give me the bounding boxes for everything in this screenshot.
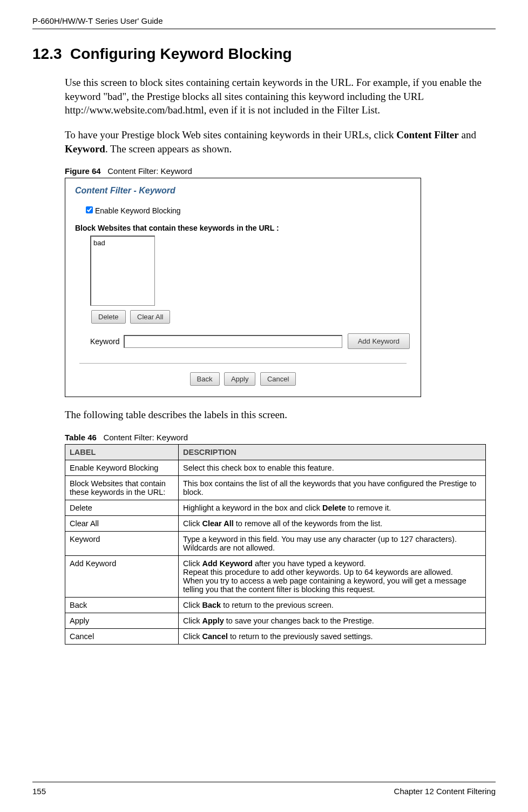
- cell-label: Apply: [65, 613, 179, 628]
- table-row: Delete Highlight a keyword in the box an…: [65, 500, 486, 515]
- table-row: Back Click Back to return to the previou…: [65, 597, 486, 613]
- txt: to remove all of the keywords from the l…: [234, 519, 383, 528]
- keyword-field-label: Keyword: [90, 337, 119, 346]
- delete-button[interactable]: Delete: [91, 310, 126, 324]
- txt: to save your changes back to the Prestig…: [224, 616, 374, 625]
- txt: Click: [183, 559, 202, 568]
- txt: to return to the previous screen.: [221, 601, 334, 609]
- bold: Delete: [322, 504, 346, 512]
- para2-mid: and: [459, 129, 476, 140]
- cell-desc: Select this check box to enable this fea…: [179, 460, 486, 475]
- cell-desc: Click Add Keyword after you have typed a…: [179, 555, 486, 597]
- keyword-input[interactable]: [124, 335, 342, 348]
- cell-label: Delete: [65, 500, 179, 515]
- col-label: LABEL: [65, 444, 179, 460]
- keyword-list-item[interactable]: bad: [93, 239, 105, 247]
- enable-keyword-blocking-row: Enable Keyword Blocking: [86, 206, 411, 215]
- table-row: Cancel Click Cancel to return to the pre…: [65, 628, 486, 644]
- table-label: Table 46: [65, 433, 97, 442]
- txt: Highlight a keyword in the box and click: [183, 504, 322, 512]
- line: Repeat this procedure to add other keywo…: [183, 568, 481, 576]
- para2-pre: To have your Prestige block Web sites co…: [65, 129, 396, 140]
- page-number: 155: [32, 787, 46, 796]
- page-header: P-660H/HW/W-T Series User' Guide: [32, 16, 496, 29]
- divider: [79, 363, 407, 364]
- cell-label: Cancel: [65, 628, 179, 644]
- bold: Apply: [202, 616, 224, 625]
- cell-label: Add Keyword: [65, 555, 179, 597]
- cell-desc: Click Cancel to return to the previously…: [179, 628, 486, 644]
- list-buttons-row: Delete Clear All: [90, 309, 411, 325]
- section-heading: 12.3 Configuring Keyword Blocking: [32, 45, 496, 63]
- cell-desc: Type a keyword in this field. You may us…: [179, 531, 486, 555]
- header-left: P-660H/HW/W-T Series User' Guide: [32, 16, 163, 25]
- cell-desc: Highlight a keyword in the box and click…: [179, 500, 486, 515]
- figure-content-filter-keyword: Content Filter - Keyword Enable Keyword …: [65, 178, 421, 397]
- bold: Cancel: [202, 632, 228, 641]
- enable-keyword-blocking-label: Enable Keyword Blocking: [95, 206, 181, 215]
- cell-label: Back: [65, 597, 179, 613]
- apply-button[interactable]: Apply: [224, 372, 256, 386]
- section-number: 12.3: [32, 45, 62, 62]
- enable-keyword-blocking-checkbox[interactable]: [86, 206, 93, 213]
- cancel-button[interactable]: Cancel: [260, 372, 296, 386]
- table-row: Add Keyword Click Add Keyword after you …: [65, 555, 486, 597]
- txt: Click: [183, 601, 202, 609]
- add-keyword-button[interactable]: Add Keyword: [348, 333, 410, 349]
- figure-caption: Figure 64 Content Filter: Keyword: [65, 166, 496, 176]
- table-caption: Table 46 Content Filter: Keyword: [65, 433, 496, 442]
- cell-label: Keyword: [65, 531, 179, 555]
- cell-desc: Click Back to return to the previous scr…: [179, 597, 486, 613]
- back-button[interactable]: Back: [190, 372, 220, 386]
- clear-all-button[interactable]: Clear All: [130, 310, 170, 324]
- cell-desc: This box contains the list of all the ke…: [179, 475, 486, 500]
- cell-label: Clear All: [65, 515, 179, 531]
- bold: Clear All: [202, 519, 233, 528]
- col-description: DESCRIPTION: [179, 444, 486, 460]
- cell-label: Block Websites that contain these keywor…: [65, 475, 179, 500]
- figure-label: Figure 64: [65, 166, 101, 176]
- paragraph-2: To have your Prestige block Web sites co…: [65, 128, 496, 156]
- txt: Click: [183, 616, 202, 625]
- txt: to return to the previously saved settin…: [228, 632, 373, 641]
- line: When you try to access a web page contai…: [183, 576, 481, 594]
- chapter-title: Chapter 12 Content Filtering: [394, 787, 496, 796]
- bold: Back: [202, 601, 221, 609]
- table-row: Block Websites that contain these keywor…: [65, 475, 486, 500]
- table-caption-text: Content Filter: Keyword: [103, 433, 188, 442]
- keyword-input-row: Keyword Add Keyword: [90, 332, 411, 350]
- paragraph-1: Use this screen to block sites containin…: [65, 76, 496, 117]
- txt: after you have typed a keyword.: [253, 559, 366, 568]
- para2-bold1: Content Filter: [396, 129, 459, 140]
- table-row: Enable Keyword Blocking Select this chec…: [65, 460, 486, 475]
- cell-label: Enable Keyword Blocking: [65, 460, 179, 475]
- para2-bold2: Keyword: [65, 143, 105, 155]
- page-footer: 155 Chapter 12 Content Filtering: [32, 782, 496, 796]
- line: Click Add Keyword after you have typed a…: [183, 559, 481, 568]
- txt: Click: [183, 519, 202, 528]
- table-row: Keyword Type a keyword in this field. Yo…: [65, 531, 486, 555]
- cell-desc: Click Clear All to remove all of the key…: [179, 515, 486, 531]
- bottom-buttons-row: Back Apply Cancel: [75, 371, 411, 387]
- figure-caption-text: Content Filter: Keyword: [107, 166, 192, 176]
- table-row: Apply Click Apply to save your changes b…: [65, 613, 486, 628]
- panel-title: Content Filter - Keyword: [75, 186, 411, 196]
- txt: to remove it.: [346, 504, 391, 512]
- keyword-listbox[interactable]: bad: [90, 236, 155, 306]
- table-intro: The following table describes the labels…: [65, 408, 496, 422]
- section-title: Configuring Keyword Blocking: [70, 45, 292, 62]
- block-websites-label: Block Websites that contain these keywor…: [75, 224, 411, 232]
- cell-desc: Click Apply to save your changes back to…: [179, 613, 486, 628]
- para2-post: . The screen appears as shown.: [105, 143, 232, 155]
- txt: Click: [183, 632, 202, 641]
- table-row: Clear All Click Clear All to remove all …: [65, 515, 486, 531]
- bold: Add Keyword: [202, 559, 252, 568]
- description-table: LABEL DESCRIPTION Enable Keyword Blockin…: [65, 444, 486, 645]
- table-header-row: LABEL DESCRIPTION: [65, 444, 486, 460]
